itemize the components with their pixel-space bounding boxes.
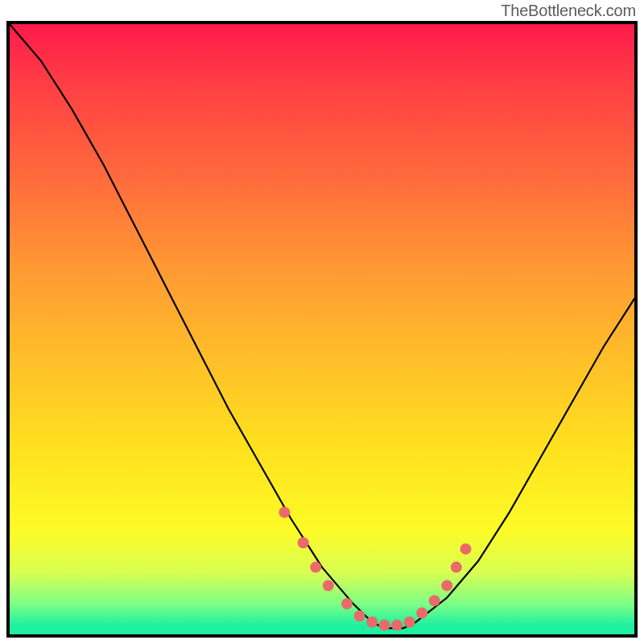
marker-dot	[341, 598, 353, 609]
marker-dot	[429, 595, 440, 606]
marker-dot	[404, 617, 415, 628]
marker-dot	[310, 562, 321, 573]
marker-dot	[451, 562, 462, 573]
marker-dot	[298, 537, 309, 548]
marker-dot	[441, 580, 452, 591]
marker-dot	[279, 506, 290, 518]
chart-frame	[6, 21, 638, 638]
chart-overlay-svg	[10, 24, 634, 634]
watermark-text: TheBottleneck.com	[501, 2, 636, 20]
bottleneck-curve	[10, 24, 634, 628]
marker-dot	[416, 608, 427, 619]
marker-dot	[354, 610, 365, 621]
marker-dot	[323, 580, 334, 591]
marker-dot	[379, 620, 390, 631]
marker-dot	[460, 543, 472, 555]
marker-dot	[391, 620, 402, 631]
marker-group	[279, 506, 471, 630]
marker-dot	[366, 617, 378, 628]
